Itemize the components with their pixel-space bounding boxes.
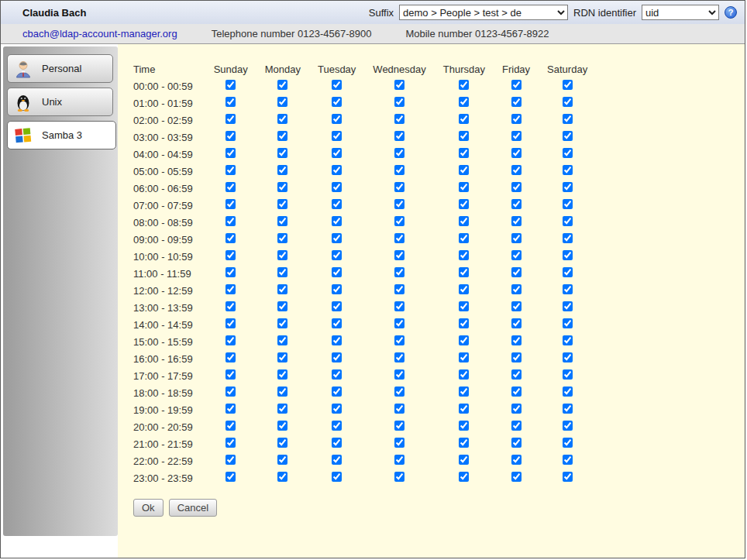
- schedule-checkbox[interactable]: [225, 267, 236, 277]
- schedule-checkbox[interactable]: [511, 199, 522, 209]
- schedule-checkbox[interactable]: [563, 284, 573, 294]
- schedule-checkbox[interactable]: [277, 455, 287, 465]
- schedule-checkbox[interactable]: [332, 438, 342, 448]
- schedule-checkbox[interactable]: [511, 216, 522, 226]
- schedule-checkbox[interactable]: [563, 267, 573, 277]
- schedule-checkbox[interactable]: [332, 250, 342, 260]
- schedule-checkbox[interactable]: [332, 97, 342, 107]
- schedule-checkbox[interactable]: [277, 267, 287, 277]
- schedule-checkbox[interactable]: [332, 352, 342, 362]
- schedule-checkbox[interactable]: [563, 97, 573, 107]
- schedule-checkbox[interactable]: [511, 165, 522, 175]
- schedule-checkbox[interactable]: [277, 131, 287, 141]
- schedule-checkbox[interactable]: [394, 250, 404, 260]
- schedule-checkbox[interactable]: [563, 250, 573, 260]
- schedule-checkbox[interactable]: [511, 233, 522, 243]
- schedule-checkbox[interactable]: [225, 455, 236, 465]
- schedule-checkbox[interactable]: [277, 165, 287, 175]
- schedule-checkbox[interactable]: [332, 165, 342, 175]
- schedule-checkbox[interactable]: [563, 472, 573, 482]
- schedule-checkbox[interactable]: [563, 301, 573, 311]
- schedule-checkbox[interactable]: [459, 80, 469, 90]
- schedule-checkbox[interactable]: [511, 335, 522, 345]
- schedule-checkbox[interactable]: [277, 148, 287, 158]
- schedule-checkbox[interactable]: [225, 335, 236, 345]
- schedule-checkbox[interactable]: [394, 148, 404, 158]
- schedule-checkbox[interactable]: [277, 182, 287, 192]
- schedule-checkbox[interactable]: [563, 455, 573, 465]
- schedule-checkbox[interactable]: [459, 97, 469, 107]
- schedule-checkbox[interactable]: [563, 369, 573, 380]
- schedule-checkbox[interactable]: [511, 80, 522, 90]
- schedule-checkbox[interactable]: [277, 421, 287, 431]
- schedule-checkbox[interactable]: [394, 131, 404, 141]
- schedule-checkbox[interactable]: [332, 472, 342, 482]
- tab-samba3[interactable]: Samba 3: [7, 121, 116, 149]
- schedule-checkbox[interactable]: [225, 387, 236, 397]
- schedule-checkbox[interactable]: [511, 114, 522, 124]
- schedule-checkbox[interactable]: [225, 404, 236, 414]
- schedule-checkbox[interactable]: [277, 318, 287, 328]
- schedule-checkbox[interactable]: [459, 233, 469, 243]
- schedule-checkbox[interactable]: [225, 165, 236, 175]
- schedule-checkbox[interactable]: [511, 369, 522, 380]
- schedule-checkbox[interactable]: [394, 199, 404, 209]
- schedule-checkbox[interactable]: [225, 352, 236, 362]
- schedule-checkbox[interactable]: [563, 335, 573, 345]
- schedule-checkbox[interactable]: [394, 421, 404, 431]
- schedule-checkbox[interactable]: [394, 267, 404, 277]
- schedule-checkbox[interactable]: [459, 472, 469, 482]
- schedule-checkbox[interactable]: [459, 404, 469, 414]
- schedule-checkbox[interactable]: [459, 131, 469, 141]
- schedule-checkbox[interactable]: [332, 455, 342, 465]
- schedule-checkbox[interactable]: [563, 165, 573, 175]
- schedule-checkbox[interactable]: [225, 472, 236, 482]
- schedule-checkbox[interactable]: [563, 148, 573, 158]
- schedule-checkbox[interactable]: [332, 335, 342, 345]
- schedule-checkbox[interactable]: [459, 455, 469, 465]
- schedule-checkbox[interactable]: [394, 455, 404, 465]
- schedule-checkbox[interactable]: [332, 318, 342, 328]
- schedule-checkbox[interactable]: [459, 387, 469, 397]
- schedule-checkbox[interactable]: [511, 438, 522, 448]
- schedule-checkbox[interactable]: [459, 369, 469, 380]
- schedule-checkbox[interactable]: [511, 97, 522, 107]
- schedule-checkbox[interactable]: [277, 472, 287, 482]
- cancel-button[interactable]: Cancel: [169, 499, 217, 517]
- schedule-checkbox[interactable]: [332, 387, 342, 397]
- ok-button[interactable]: Ok: [133, 499, 164, 517]
- schedule-checkbox[interactable]: [332, 199, 342, 209]
- schedule-checkbox[interactable]: [277, 438, 287, 448]
- tab-unix[interactable]: Unix: [7, 88, 113, 116]
- schedule-checkbox[interactable]: [394, 80, 404, 90]
- schedule-checkbox[interactable]: [225, 301, 236, 311]
- schedule-checkbox[interactable]: [332, 182, 342, 192]
- schedule-checkbox[interactable]: [332, 369, 342, 380]
- schedule-checkbox[interactable]: [332, 284, 342, 294]
- schedule-checkbox[interactable]: [332, 131, 342, 141]
- schedule-checkbox[interactable]: [225, 438, 236, 448]
- schedule-checkbox[interactable]: [459, 165, 469, 175]
- schedule-checkbox[interactable]: [332, 267, 342, 277]
- schedule-checkbox[interactable]: [459, 114, 469, 124]
- schedule-checkbox[interactable]: [332, 80, 342, 90]
- schedule-checkbox[interactable]: [394, 438, 404, 448]
- tab-personal[interactable]: Personal: [7, 54, 113, 83]
- schedule-checkbox[interactable]: [332, 114, 342, 124]
- schedule-checkbox[interactable]: [332, 148, 342, 158]
- email-link[interactable]: cbach@ldap-account-manager.org: [22, 28, 177, 40]
- schedule-checkbox[interactable]: [563, 199, 573, 209]
- schedule-checkbox[interactable]: [511, 455, 522, 465]
- schedule-checkbox[interactable]: [563, 387, 573, 397]
- schedule-checkbox[interactable]: [459, 199, 469, 209]
- schedule-checkbox[interactable]: [332, 421, 342, 431]
- schedule-checkbox[interactable]: [332, 404, 342, 414]
- schedule-checkbox[interactable]: [225, 131, 236, 141]
- schedule-checkbox[interactable]: [563, 182, 573, 192]
- schedule-checkbox[interactable]: [277, 216, 287, 226]
- schedule-checkbox[interactable]: [225, 182, 236, 192]
- schedule-checkbox[interactable]: [394, 301, 404, 311]
- schedule-checkbox[interactable]: [394, 404, 404, 414]
- schedule-checkbox[interactable]: [563, 318, 573, 328]
- schedule-checkbox[interactable]: [511, 472, 522, 482]
